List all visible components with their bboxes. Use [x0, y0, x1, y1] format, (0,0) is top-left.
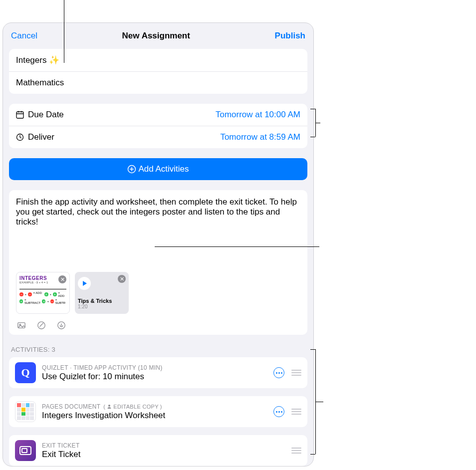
svg-point-13 [108, 405, 110, 407]
pages-document-icon [15, 401, 36, 422]
attachments-row: ✕ INTEGERS EXAMPLE: -3 + 4 = 1 −+−= ADD … [16, 272, 300, 314]
callout-line [315, 123, 320, 123]
drag-handle-icon[interactable] [291, 407, 301, 416]
svg-rect-0 [16, 112, 23, 118]
activity-more-button[interactable] [273, 406, 284, 417]
callout-line [310, 454, 315, 455]
plus-circle-icon [127, 165, 136, 174]
due-date-row[interactable]: Due Date Tomorrow at 10:00 AM [9, 104, 307, 126]
callout-line [64, 0, 64, 63]
activity-kicker: EXIT TICKET [42, 442, 285, 449]
add-activities-label: Add Activities [138, 164, 189, 174]
deliver-value: Tomorrow at 8:59 AM [220, 132, 300, 142]
deliver-row[interactable]: Deliver Tomorrow at 8:59 AM [9, 126, 307, 148]
description-card: Finish the app activity and worksheet, t… [9, 190, 307, 335]
panel-title: New Assignment [122, 31, 190, 41]
add-drawing-icon[interactable] [37, 321, 46, 330]
calendar-icon [16, 111, 24, 119]
callout-line [155, 246, 319, 247]
class-name-text: Mathematics [16, 78, 64, 88]
publish-button[interactable]: Publish [275, 31, 305, 41]
panel-header: Cancel New Assignment Publish [3, 23, 313, 49]
schedule-card: Due Date Tomorrow at 10:00 AM Deliver To… [9, 104, 307, 148]
assignment-title-field[interactable]: Integers ✨ [9, 49, 307, 71]
activity-row[interactable]: EXIT TICKET Exit Ticket [9, 435, 307, 466]
svg-marker-8 [83, 281, 87, 286]
add-audio-icon[interactable] [57, 321, 66, 330]
add-activities-button[interactable]: Add Activities [9, 158, 307, 180]
drag-handle-icon[interactable] [291, 368, 301, 377]
add-photo-icon[interactable] [17, 321, 26, 330]
description-text[interactable]: Finish the app activity and worksheet, t… [16, 197, 300, 227]
due-date-label: Due Date [28, 110, 64, 120]
poster-preview: EXAMPLE: -3 + 4 = 1 −+−= ADD +++= ADD +=… [19, 281, 66, 304]
callout-line [310, 137, 315, 137]
audio-title: Tips & Tricks [78, 298, 126, 304]
attachment-audio[interactable]: ✕ Tips & Tricks 1:20 [75, 272, 129, 314]
attachment-poster[interactable]: ✕ INTEGERS EXAMPLE: -3 + 4 = 1 −+−= ADD … [16, 272, 70, 314]
person-icon [107, 404, 112, 409]
activity-name: Exit Ticket [42, 450, 285, 460]
attachment-toolbar [16, 321, 300, 330]
due-date-value: Tomorrow at 10:00 AM [216, 110, 300, 120]
assignment-title-text: Integers ✨ [16, 55, 59, 65]
exit-ticket-icon [15, 440, 36, 461]
activities-section-label: ACTIVITIES: 3 [11, 346, 305, 353]
activity-kicker: QUIZLET · TIMED APP ACTIVITY (10 MIN) [42, 364, 267, 371]
activity-row[interactable]: QUIZLET · TIMED APP ACTIVITY (10 MIN) Us… [9, 357, 307, 388]
svg-rect-15 [22, 449, 27, 453]
audio-duration: 1:20 [78, 304, 126, 309]
remove-attachment-button[interactable]: ✕ [118, 275, 126, 283]
activity-row[interactable]: PAGES DOCUMENT ( EDITABLE COPY) Integers… [9, 396, 307, 427]
editable-copy-badge: ( EDITABLE COPY) [103, 404, 162, 410]
activity-more-button[interactable] [273, 367, 284, 378]
deliver-label: Deliver [28, 132, 54, 142]
drag-handle-icon[interactable] [291, 446, 301, 455]
callout-line [310, 109, 315, 109]
activity-kicker: PAGES DOCUMENT ( EDITABLE COPY) [42, 403, 267, 410]
quizlet-app-icon [15, 362, 36, 383]
new-assignment-panel: Cancel New Assignment Publish Integers ✨… [2, 22, 314, 467]
remove-attachment-button[interactable]: ✕ [58, 275, 66, 283]
cancel-button[interactable]: Cancel [11, 31, 37, 41]
play-icon [78, 277, 91, 290]
activity-name: Integers Investigation Worksheet [42, 411, 267, 421]
clock-icon [16, 133, 24, 141]
class-field[interactable]: Mathematics [9, 71, 307, 94]
callout-line [315, 402, 323, 402]
title-card: Integers ✨ Mathematics [9, 49, 307, 94]
callout-line [310, 349, 315, 350]
activity-name: Use Quizlet for: 10 minutes [42, 372, 267, 382]
